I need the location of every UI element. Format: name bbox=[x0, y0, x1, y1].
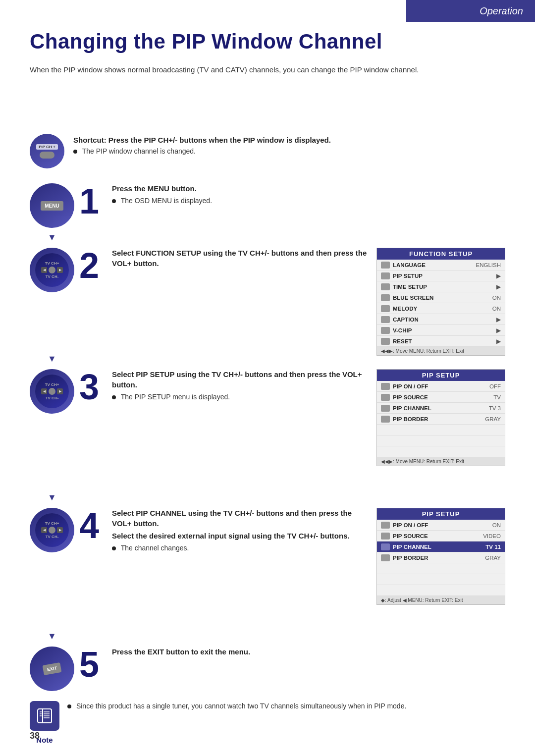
osd-row-vchip: V-CHIP ▶ bbox=[377, 325, 505, 336]
bullet-dot-4 bbox=[112, 546, 116, 550]
osd-row-blue-screen: BLUE SCREEN ON bbox=[377, 292, 505, 303]
osd3-spacer2 bbox=[377, 435, 505, 446]
step-1-section: MENU 1 Press the MENU button. The OSD ME… bbox=[30, 183, 505, 228]
osd4-spacer2 bbox=[377, 574, 505, 585]
icon-pip-on-off bbox=[381, 383, 390, 390]
intro-text: When the PIP window shows normal broadca… bbox=[30, 64, 505, 76]
osd-row-caption: CAPTION ▶ bbox=[377, 314, 505, 325]
osd-3-footer: ◀◀▶: Move MENU: Return EXIT: Exit bbox=[377, 457, 505, 466]
shortcut-section: PIP CH + Shortcut: Press the PIP CH+/- b… bbox=[30, 134, 505, 168]
step-4-content: Select PIP CHANNEL using the TV CH+/- bu… bbox=[104, 508, 376, 552]
icon-pip-border bbox=[381, 416, 390, 423]
icon-pip-source-4 bbox=[381, 533, 390, 540]
step-4-title: Select PIP CHANNEL using the TV CH+/- bu… bbox=[112, 508, 369, 529]
pip-setup-osd-4: PIP SETUP PIP ON / OFF ON PIP SOURCE VID… bbox=[376, 508, 505, 605]
osd4-spacer1 bbox=[377, 563, 505, 574]
osd-4-footer: ◆: Adjust ◀ MENU: Return EXIT: Exit bbox=[377, 596, 505, 604]
step-5-section: EXIT 5 Press the EXIT button to exit the… bbox=[30, 647, 505, 691]
header-bar: Operation bbox=[406, 0, 535, 22]
icon-pip-channel bbox=[381, 405, 390, 412]
book-icon bbox=[36, 707, 54, 725]
osd3-row-on-off: PIP ON / OFF OFF bbox=[377, 381, 505, 392]
step-3-content: Select PIP SETUP using the TV CH+/- butt… bbox=[104, 369, 376, 401]
step-4-bullet: The channel changes. bbox=[112, 544, 369, 552]
remote-inner-4: TV CH+ ◀ ▶ TV CH- bbox=[35, 513, 69, 547]
shortcut-bullet: The PIP window channel is changed. bbox=[73, 147, 331, 155]
down-arrow-4 bbox=[47, 629, 57, 643]
step-3-title: Select PIP SETUP using the TV CH+/- butt… bbox=[112, 369, 369, 390]
step-5-title: Press the EXIT button to exit the menu. bbox=[112, 647, 497, 657]
step-3-section: TV CH+ ◀ ▶ TV CH- 3 Select PIP SETUP usi… bbox=[30, 369, 505, 466]
osd4-row-on-off: PIP ON / OFF ON bbox=[377, 520, 505, 531]
note-section: Note Since this product has a single tun… bbox=[30, 701, 505, 744]
step-5-number: 5 bbox=[74, 647, 104, 682]
icon-melody bbox=[381, 305, 390, 312]
note-icon bbox=[30, 701, 59, 731]
down-arrow-3 bbox=[47, 490, 57, 504]
osd4-row-source: PIP SOURCE VIDEO bbox=[377, 531, 505, 541]
icon-pip-on-off-4 bbox=[381, 522, 390, 529]
icon-pip-channel-4 bbox=[381, 543, 390, 550]
osd3-spacer1 bbox=[377, 425, 505, 435]
osd-row-reset: RESET ▶ bbox=[377, 336, 505, 347]
osd4-spacer3 bbox=[377, 585, 505, 596]
icon-blue-screen bbox=[381, 294, 390, 301]
osd3-row-source: PIP SOURCE TV bbox=[377, 392, 505, 403]
pip-ch-plus-label: PIP CH + bbox=[36, 144, 58, 150]
bullet-dot bbox=[73, 150, 77, 154]
shortcut-title: Shortcut: Press the PIP CH+/- buttons wh… bbox=[73, 136, 331, 144]
osd-row-melody: MELODY ON bbox=[377, 303, 505, 314]
step-3-number: 3 bbox=[74, 369, 104, 405]
function-setup-osd: FUNCTION SETUP LANGUAGE ENGLISH PIP SETU… bbox=[376, 248, 505, 356]
step-2-section: TV CH+ ◀ ▶ TV CH- 2 Select FUNCTION SETU… bbox=[30, 248, 505, 356]
menu-label: MENU bbox=[41, 201, 63, 211]
osd-row-time-setup: TIME SETUP ▶ bbox=[377, 281, 505, 292]
page-title: Changing the PIP Window Channel bbox=[30, 30, 382, 54]
pip-setup-osd-3: PIP SETUP PIP ON / OFF OFF PIP SOURCE TV… bbox=[376, 369, 505, 466]
icon-language bbox=[381, 262, 390, 269]
step-4-subtitle: Select the desired external input signal… bbox=[112, 531, 369, 541]
arrow-button-3: TV CH+ ◀ ▶ TV CH- bbox=[30, 369, 74, 414]
icon-caption bbox=[381, 316, 390, 323]
pip-ch-minus-button bbox=[40, 152, 54, 159]
step-1-title: Press the MENU button. bbox=[112, 183, 497, 194]
step-2-content: Select FUNCTION SETUP using the TV CH+/-… bbox=[104, 248, 376, 269]
step-1-number: 1 bbox=[74, 183, 104, 219]
icon-reset bbox=[381, 338, 390, 345]
osd-2-title: FUNCTION SETUP bbox=[377, 248, 505, 260]
osd-3-title: PIP SETUP bbox=[377, 370, 505, 381]
menu-button: MENU bbox=[30, 183, 74, 228]
pip-ch-button: PIP CH + bbox=[30, 134, 64, 168]
osd3-row-channel: PIP CHANNEL TV 3 bbox=[377, 403, 505, 414]
arrow-button-4: TV CH+ ◀ ▶ TV CH- bbox=[30, 508, 74, 552]
osd-row-pip-setup: PIP SETUP ▶ bbox=[377, 270, 505, 281]
arrow-button-2: TV CH+ ◀ ▶ TV CH- bbox=[30, 248, 74, 292]
down-arrow-2 bbox=[47, 352, 57, 366]
osd-row-language: LANGUAGE ENGLISH bbox=[377, 260, 505, 270]
exit-button: EXIT bbox=[30, 647, 74, 691]
step-5-content: Press the EXIT button to exit the menu. bbox=[104, 647, 505, 657]
osd3-row-border: PIP BORDER GRAY bbox=[377, 414, 505, 425]
osd-4-title: PIP SETUP bbox=[377, 508, 505, 520]
step-4-section: TV CH+ ◀ ▶ TV CH- 4 Select PIP CHANNEL u… bbox=[30, 508, 505, 605]
osd-2-footer: ◀◀▶: Move MENU: Return EXIT: Exit bbox=[377, 347, 505, 355]
note-text-area: Since this product has a single tuner, y… bbox=[67, 701, 505, 711]
bullet-dot-3 bbox=[112, 395, 116, 399]
icon-time-setup bbox=[381, 283, 390, 290]
step-4-number: 4 bbox=[74, 508, 104, 543]
step-2-title: Select FUNCTION SETUP using the TV CH+/-… bbox=[112, 248, 369, 269]
note-text: Since this product has a single tuner, y… bbox=[67, 701, 505, 711]
bullet-dot-1 bbox=[112, 199, 116, 203]
shortcut-text: Shortcut: Press the PIP CH+/- buttons wh… bbox=[73, 134, 331, 155]
step-2-number: 2 bbox=[74, 248, 104, 283]
page-number: 38 bbox=[30, 731, 40, 741]
icon-pip-source bbox=[381, 394, 390, 401]
down-arrow-1 bbox=[47, 230, 57, 244]
remote-inner-3: TV CH+ ◀ ▶ TV CH- bbox=[35, 375, 69, 408]
osd4-row-border: PIP BORDER GRAY bbox=[377, 552, 505, 563]
note-bullet-dot bbox=[67, 704, 71, 708]
icon-vchip bbox=[381, 327, 390, 334]
osd4-row-channel: PIP CHANNEL TV 11 bbox=[377, 541, 505, 552]
icon-pip-setup bbox=[381, 272, 390, 279]
section-label: Operation bbox=[480, 5, 523, 17]
